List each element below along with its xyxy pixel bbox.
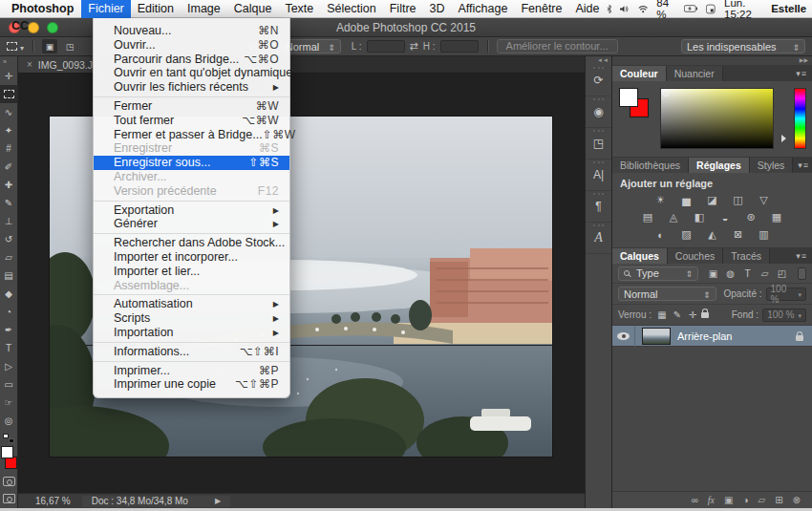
hand-tool[interactable]: ☞ bbox=[0, 394, 18, 412]
lock-all-icon[interactable] bbox=[701, 312, 709, 318]
wifi-icon[interactable] bbox=[638, 4, 648, 14]
zoom-window-button[interactable] bbox=[47, 22, 58, 33]
zoom-level[interactable]: 16,67 % bbox=[35, 496, 71, 506]
panel-menu-icon[interactable] bbox=[793, 158, 812, 173]
hue-slider[interactable] bbox=[794, 88, 806, 149]
bluetooth-icon[interactable] bbox=[607, 3, 612, 15]
height-input[interactable] bbox=[440, 40, 479, 53]
menu-item[interactable]: Importation bbox=[94, 326, 289, 340]
layers-tab-tracés[interactable]: Tracés bbox=[723, 248, 770, 264]
history-panel-icon[interactable]: ⟳ bbox=[586, 65, 611, 96]
layers-empty-area[interactable] bbox=[612, 347, 812, 491]
hue-slider-pointer[interactable] bbox=[780, 88, 787, 149]
path-select-tool[interactable]: ▷ bbox=[0, 357, 18, 375]
character-styles-panel-icon[interactable]: A bbox=[586, 223, 611, 254]
menubar-item-affichage[interactable]: Affichage bbox=[451, 0, 514, 18]
menu-item[interactable]: Automatisation bbox=[94, 297, 289, 311]
lock-paint-icon[interactable]: ✎ bbox=[671, 309, 684, 321]
healing-brush-tool[interactable]: ✚ bbox=[0, 176, 18, 194]
properties-panel-icon[interactable]: ◉ bbox=[586, 96, 611, 128]
default-swatches-icon[interactable] bbox=[3, 434, 14, 443]
document-size-indicator[interactable]: Doc : 34,8 Mo/34,8 Mo ▶ bbox=[82, 496, 230, 507]
layer-effects-icon[interactable]: fx bbox=[708, 495, 715, 505]
menubar-item-edition[interactable]: Edition bbox=[131, 0, 181, 18]
eyedropper-tool[interactable]: ✐ bbox=[0, 158, 18, 176]
menubar-item-texte[interactable]: Texte bbox=[278, 0, 320, 18]
color-panel-swatches[interactable] bbox=[619, 88, 653, 122]
filter-adjustment-layers-icon[interactable]: ◍ bbox=[723, 266, 737, 280]
menu-item[interactable]: Rechercher dans Adobe Stock... bbox=[94, 236, 289, 250]
swap-dimensions-icon[interactable]: ⇄ bbox=[410, 40, 418, 53]
history-brush-tool[interactable]: ↺ bbox=[0, 230, 18, 248]
menubar-item-fenêtre[interactable]: Fenêtre bbox=[514, 0, 568, 18]
foreground-color-swatch[interactable] bbox=[1, 446, 13, 458]
pen-tool[interactable]: ✒ bbox=[0, 321, 18, 339]
foreground-color-swatch[interactable] bbox=[619, 88, 638, 107]
menubar-clock[interactable]: Lun. 15:22 bbox=[724, 0, 762, 20]
menu-item[interactable]: Tout fermer⌥⌘W bbox=[94, 114, 289, 128]
adjustments-tab-styles[interactable]: Styles bbox=[750, 158, 794, 173]
zoom-tool[interactable]: ◎ bbox=[0, 412, 18, 430]
refine-edge-button[interactable]: Améliorer le contour... bbox=[497, 39, 618, 53]
layer-filter-select[interactable]: Type bbox=[618, 266, 698, 281]
color-tab-couleur[interactable]: Couleur bbox=[612, 66, 667, 81]
layer-thumbnail[interactable] bbox=[642, 328, 671, 345]
dodge-tool[interactable]: ◔ bbox=[0, 303, 18, 321]
layers-tab-calques[interactable]: Calques bbox=[612, 248, 668, 264]
color-swatches[interactable] bbox=[1, 446, 17, 469]
adjustments-tab-réglages[interactable]: Réglages bbox=[689, 158, 750, 173]
menu-item[interactable]: Ouvrir...⌘O bbox=[94, 38, 289, 53]
menubar-item-image[interactable]: Image bbox=[181, 0, 227, 18]
new-selection-mode-button[interactable]: ▣ bbox=[42, 39, 57, 53]
selective-color-icon[interactable]: ⊠ bbox=[730, 228, 746, 241]
hue-saturation-icon[interactable]: ▤ bbox=[640, 211, 656, 224]
new-layer-icon[interactable]: ⊞ bbox=[775, 495, 782, 505]
menu-item[interactable]: Exportation bbox=[94, 203, 289, 218]
gradient-map-icon[interactable]: ▥ bbox=[756, 228, 772, 241]
menubar-user[interactable]: Estelle bbox=[771, 3, 806, 14]
menubar-item-calque[interactable]: Calque bbox=[227, 0, 279, 18]
layers-tab-couches[interactable]: Couches bbox=[668, 248, 723, 264]
opacity-value-box[interactable]: 100 % bbox=[766, 287, 806, 301]
menu-item[interactable]: Scripts bbox=[94, 311, 289, 326]
dock-collapse-icon[interactable]: ◄◄ bbox=[586, 56, 611, 65]
photo-filter-icon[interactable]: ◒ bbox=[717, 211, 734, 224]
menu-item[interactable]: Fermer et passer à Bridge...⇧⌘W bbox=[94, 128, 289, 142]
layer-row-background[interactable]: Arrière-plan bbox=[612, 326, 812, 347]
input-menu-icon[interactable] bbox=[706, 3, 716, 15]
lock-position-icon[interactable]: ✛ bbox=[686, 309, 699, 321]
menu-item[interactable]: Importer et incorporer... bbox=[94, 250, 289, 265]
color-tab-nuancier[interactable]: Nuancier bbox=[667, 66, 723, 81]
blur-tool[interactable]: ◆ bbox=[0, 285, 18, 303]
menu-item[interactable]: Imprimer une copie⌥⇧⌘P bbox=[94, 377, 289, 392]
menubar-item-filtre[interactable]: Filtre bbox=[383, 0, 423, 18]
vibrance-icon[interactable]: ▽ bbox=[756, 194, 772, 206]
color-picker-marker[interactable] bbox=[663, 91, 669, 96]
character-panel-icon[interactable]: A| bbox=[586, 160, 611, 191]
link-layers-icon[interactable]: ∞ bbox=[692, 495, 698, 505]
posterize-icon[interactable]: ▨ bbox=[678, 228, 694, 241]
paragraph-panel-icon[interactable]: ¶ bbox=[586, 191, 611, 223]
lock-transparency-icon[interactable]: ▦ bbox=[655, 309, 669, 321]
eraser-tool[interactable]: ▱ bbox=[0, 248, 18, 266]
workspace-select[interactable]: Les indispensables bbox=[681, 39, 805, 53]
curves-icon[interactable]: ◪ bbox=[704, 194, 720, 206]
quick-mask-button[interactable] bbox=[3, 477, 15, 486]
info-panel-icon[interactable]: ◳ bbox=[586, 128, 611, 160]
layer-name[interactable]: Arrière-plan bbox=[677, 330, 732, 342]
black-white-icon[interactable]: ◧ bbox=[692, 211, 708, 224]
menu-item[interactable]: Fermer⌘W bbox=[94, 99, 289, 114]
menubar-item-sélection[interactable]: Sélection bbox=[320, 0, 382, 18]
magic-wand-tool[interactable]: ✦ bbox=[0, 121, 18, 139]
minimize-window-button[interactable] bbox=[28, 22, 39, 33]
menubar-item-3d[interactable]: 3D bbox=[423, 0, 452, 18]
screen-mode-button[interactable] bbox=[3, 494, 15, 503]
width-input[interactable] bbox=[367, 40, 405, 53]
menu-item[interactable]: Importer et lier... bbox=[94, 265, 289, 279]
layer-filter-toggle[interactable] bbox=[798, 267, 806, 280]
threshold-icon[interactable]: ◭ bbox=[704, 228, 720, 241]
filter-type-layers-icon[interactable]: T bbox=[740, 266, 755, 280]
lasso-tool[interactable]: ∿ bbox=[0, 103, 18, 121]
battery-icon[interactable] bbox=[684, 4, 698, 13]
menu-item[interactable]: Enregistrer sous...⇧⌘S bbox=[94, 156, 289, 170]
